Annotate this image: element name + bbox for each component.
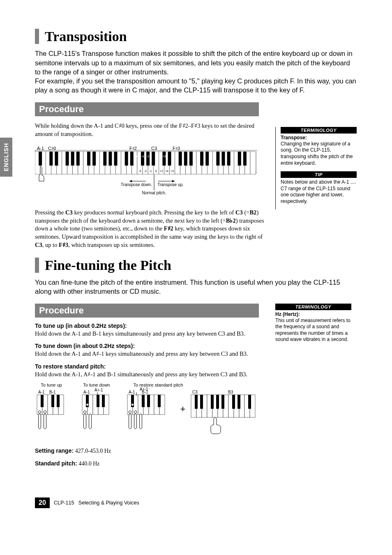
svg-text:A-1: A-1: [83, 390, 90, 394]
intro-finetune: You can fine-tune the pitch of the entir…: [35, 278, 357, 296]
svg-text:-1: -1: [150, 170, 152, 173]
label-fs3: F♯3: [173, 146, 180, 151]
svg-rect-95: [57, 395, 60, 407]
page-number: 20: [35, 497, 50, 508]
svg-text:B-1: B-1: [49, 390, 56, 394]
svg-text:B3: B3: [228, 390, 233, 394]
svg-rect-52: [108, 152, 112, 166]
svg-rect-151: [248, 395, 251, 409]
svg-rect-121: [142, 395, 145, 407]
transpose-keyboard-svg: A-1 C♯0 F♯2 C3 F♯3 Transpose down. Norma…: [35, 146, 257, 201]
svg-rect-53: [114, 152, 118, 166]
tunedown-text: Hold down the A-1 and A♯-1 keys simultan…: [35, 350, 267, 358]
svg-rect-49: [87, 152, 90, 166]
svg-text:A-1: A-1: [129, 390, 135, 394]
svg-rect-61: [179, 152, 182, 166]
svg-rect-51: [103, 152, 106, 166]
svg-rect-60: [168, 152, 171, 166]
svg-rect-122: [147, 395, 150, 407]
svg-rect-45: [55, 152, 58, 166]
svg-text:+1: +1: [157, 155, 160, 158]
svg-text:+4: +4: [165, 170, 168, 173]
svg-rect-94: [51, 395, 54, 407]
tip-label: TIP: [281, 171, 357, 178]
svg-text:-6: -6: [136, 155, 138, 158]
section-title-transposition: Transposition: [35, 29, 357, 44]
label-c3: C3: [151, 146, 157, 151]
svg-rect-44: [49, 152, 53, 166]
svg-text:-3: -3: [144, 170, 146, 173]
svg-point-109: [86, 403, 89, 406]
svg-rect-68: [227, 152, 231, 166]
intro-transposition: The CLP-115's Transpose function makes i…: [35, 49, 357, 94]
svg-rect-58: [152, 152, 155, 166]
page-footer: 20 CLP-115 Selecting & Playing Voices: [35, 497, 357, 508]
svg-rect-69: [238, 152, 241, 166]
svg-rect-146: [211, 395, 214, 409]
svg-rect-59: [162, 152, 166, 166]
procedure-heading-1: Procedure: [35, 102, 259, 116]
svg-rect-66: [216, 152, 219, 166]
svg-point-126: [131, 403, 134, 406]
caption-down: Transpose down.: [121, 182, 152, 187]
svg-rect-107: [102, 395, 105, 407]
terminology-label-1: TERMINOLOGY: [281, 127, 357, 134]
procedure-heading-2: Procedure: [35, 304, 259, 318]
footer-breadcrumb: Selecting & Playing Voices: [78, 500, 139, 506]
svg-text:+5: +5: [171, 170, 174, 173]
caption-up: Transpose up.: [157, 182, 184, 187]
svg-text:0: 0: [155, 170, 157, 173]
svg-rect-148: [221, 395, 224, 409]
term-text-transpose: Changing the key signature of a song. On…: [281, 141, 357, 166]
svg-rect-144: [195, 395, 198, 409]
svg-text:+3: +3: [162, 155, 166, 158]
section-title-finetune: Fine-tuning the Pitch: [35, 258, 357, 273]
tuneup-text: Hold down the A-1 and B-1 keys simultane…: [35, 330, 267, 338]
svg-rect-50: [92, 152, 96, 166]
svg-text:-5: -5: [138, 170, 141, 173]
procedure-text-1: While holding down the A-1 and C♯0 keys,…: [35, 122, 267, 138]
svg-rect-93: [41, 395, 44, 407]
restore-head: To restore standard pitch:: [35, 363, 267, 370]
svg-rect-106: [97, 395, 99, 407]
svg-text:-4: -4: [141, 155, 144, 158]
svg-text:+: +: [180, 404, 186, 414]
finetune-diagrams: To tune up To tune down To restore stand…: [35, 382, 265, 440]
svg-rect-54: [125, 152, 128, 166]
svg-text:+2: +2: [160, 170, 163, 173]
restore-text: Hold down the A-1, A♯-1 and B-1 simultan…: [35, 371, 267, 379]
svg-rect-150: [238, 395, 240, 409]
svg-rect-70: [243, 152, 247, 166]
procedure-text-2: Pressing the C3 key produces normal keyb…: [35, 209, 267, 249]
svg-text:A♯-1: A♯-1: [95, 388, 103, 392]
setting-range: Setting range: 427.0-453.0 Hz: [35, 447, 267, 454]
svg-text:To tune up: To tune up: [41, 382, 62, 387]
svg-rect-47: [71, 152, 74, 166]
svg-rect-48: [76, 152, 80, 166]
svg-text:-2: -2: [147, 155, 149, 158]
term-title-transpose: Transpose:: [281, 135, 357, 140]
svg-rect-42: [250, 152, 256, 174]
svg-rect-55: [130, 152, 134, 166]
tuneup-head: To tune up (in about 0.2Hz steps):: [35, 322, 267, 329]
svg-rect-145: [200, 395, 203, 409]
tip-text: Notes below and above the A-1 .... C7 ra…: [281, 179, 357, 205]
svg-rect-46: [66, 152, 69, 166]
svg-rect-149: [232, 395, 235, 409]
svg-rect-63: [189, 152, 193, 166]
svg-rect-65: [205, 152, 209, 166]
svg-text:A♯-1: A♯-1: [140, 387, 148, 391]
footer-model: CLP-115: [54, 500, 74, 506]
label-fs2: F♯2: [129, 146, 137, 151]
svg-rect-147: [216, 395, 219, 409]
term-text-hz: This unit of measurement refers to the f…: [275, 318, 351, 343]
svg-text:A-1: A-1: [38, 390, 45, 394]
svg-rect-62: [184, 152, 187, 166]
terminology-label-2: TERMINOLOGY: [275, 304, 351, 310]
svg-rect-64: [200, 152, 203, 166]
svg-text:+6: +6: [173, 155, 177, 158]
svg-rect-67: [222, 152, 225, 166]
svg-text:To tune down: To tune down: [83, 382, 110, 387]
caption-normal: Normal pitch.: [142, 191, 166, 195]
label-c0: C♯0: [48, 146, 56, 151]
